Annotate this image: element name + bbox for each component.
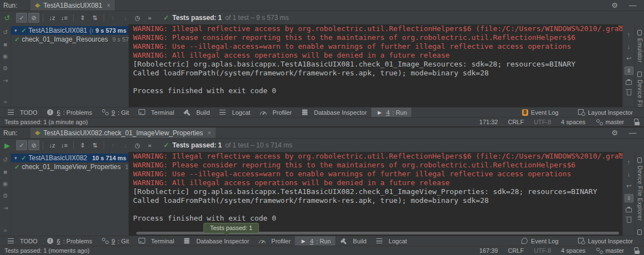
minimize-icon[interactable]: — bbox=[629, 129, 636, 137]
show-passed-toggle[interactable]: ✓ bbox=[16, 13, 27, 23]
indent-setting[interactable]: 4 spaces bbox=[561, 119, 585, 125]
rerun-tests-button[interactable]: ▶ bbox=[2, 141, 12, 150]
more-actions-icon[interactable]: » bbox=[144, 140, 155, 150]
scroll-to-end-icon[interactable]: ⇟ bbox=[625, 67, 633, 75]
up-the-stack-trace-icon[interactable]: ↑ bbox=[625, 157, 633, 166]
test-tree-row[interactable]: ▾ ✓ TestA1BasicUIX081 (org.aplas.basica … bbox=[11, 26, 129, 35]
separator[interactable] bbox=[73, 14, 74, 22]
run-console[interactable]: WARNING: Illegal reflective access by or… bbox=[129, 24, 622, 107]
layout-inspector-button[interactable]: Layout Inspector bbox=[573, 237, 637, 244]
sort-by-duration-icon[interactable]: ↓≡ bbox=[59, 13, 70, 23]
layout-inspector-button[interactable]: Layout Inspector bbox=[573, 109, 637, 116]
next-occurrence-icon[interactable]: ↓ bbox=[120, 13, 131, 23]
screenshot-icon[interactable]: ◉ bbox=[3, 180, 8, 187]
clear-all-icon[interactable] bbox=[627, 216, 631, 223]
print-icon[interactable] bbox=[626, 79, 632, 85]
import-tests-icon[interactable]: ⇥ bbox=[3, 205, 8, 212]
stop-icon[interactable]: ■ bbox=[3, 41, 7, 48]
event-log-button[interactable]: 8 Event Log bbox=[518, 109, 563, 116]
soft-wrap-icon[interactable]: ↩ bbox=[625, 182, 633, 190]
more-actions-icon[interactable]: » bbox=[144, 13, 155, 23]
gear-icon[interactable]: ⚙ bbox=[611, 1, 618, 9]
toolwindow-button[interactable]: Logcat bbox=[371, 236, 411, 246]
test-settings-icon[interactable]: ⚙ bbox=[3, 65, 8, 72]
caret-position[interactable]: 167:39 bbox=[479, 247, 498, 254]
test-history-icon[interactable]: ◷ bbox=[132, 140, 143, 150]
event-log-button[interactable]: Event Log bbox=[516, 237, 563, 244]
chevron-down-icon[interactable]: ▾ bbox=[14, 28, 21, 33]
separator[interactable] bbox=[104, 14, 104, 22]
toolwindow-button[interactable]: Profiler bbox=[255, 108, 297, 117]
sort-alphabetically-icon[interactable]: ↓z bbox=[47, 13, 58, 23]
line-separator[interactable]: CRLF bbox=[508, 119, 524, 125]
close-icon[interactable]: × bbox=[106, 2, 110, 9]
screenshot-icon[interactable]: ◉ bbox=[3, 53, 8, 60]
separator[interactable] bbox=[73, 141, 74, 149]
tool-window-tab[interactable]: Emulator bbox=[637, 230, 643, 236]
show-ignored-toggle[interactable]: ⊘ bbox=[28, 140, 39, 150]
import-tests-icon[interactable]: ⇥ bbox=[3, 77, 8, 84]
print-icon[interactable] bbox=[626, 206, 632, 212]
previous-occurrence-icon[interactable]: ↑ bbox=[108, 140, 119, 150]
test-tree-row[interactable]: ✓ check_01_Image_Resources 9 s 573 ms bbox=[11, 35, 129, 44]
scroll-to-end-icon[interactable]: ⇟ bbox=[625, 194, 633, 202]
run-console[interactable]: WARNING: Illegal reflective access by or… bbox=[129, 152, 622, 236]
toolwindow-button[interactable]: TODO bbox=[2, 236, 42, 246]
expand-all-icon[interactable]: ⇕ bbox=[77, 13, 88, 23]
up-the-stack-trace-icon[interactable]: ↑ bbox=[625, 30, 633, 38]
down-the-stack-trace-icon[interactable]: ↓ bbox=[625, 42, 633, 50]
indent-setting[interactable]: 4 spaces bbox=[561, 247, 585, 254]
test-settings-icon[interactable]: ⚙ bbox=[3, 192, 8, 200]
gear-icon[interactable]: ⚙ bbox=[611, 129, 618, 137]
clear-all-icon[interactable] bbox=[627, 89, 631, 95]
tool-window-tab[interactable]: Emulator bbox=[637, 30, 643, 63]
soft-wrap-icon[interactable]: ↩ bbox=[625, 54, 633, 63]
toolwindow-button[interactable]: Build bbox=[335, 236, 371, 246]
chevron-down-icon[interactable]: ▾ bbox=[14, 155, 21, 161]
expand-all-icon[interactable]: ⇕ bbox=[77, 140, 88, 150]
test-history-icon[interactable]: ◷ bbox=[132, 13, 143, 23]
toolwindow-button[interactable]: Database Inspector bbox=[178, 236, 253, 246]
collapse-all-icon[interactable]: ⇅ bbox=[89, 140, 100, 150]
tool-window-tab[interactable]: Device File Explorer bbox=[637, 72, 643, 107]
test-tree-row[interactable]: ▾ ✓ TestA1BasicUIX082 (org.aplas.basica … bbox=[11, 154, 129, 162]
close-icon[interactable]: × bbox=[207, 129, 211, 137]
file-encoding[interactable]: UTF-8 bbox=[534, 247, 551, 254]
toolwindow-button[interactable]: Logcat bbox=[214, 108, 255, 117]
lock-icon[interactable] bbox=[634, 247, 640, 254]
test-tree-row[interactable]: ✓ check_01_ImageView_Properties 10 s 714… bbox=[11, 162, 129, 171]
toolwindow-button[interactable]: 6: Problems bbox=[42, 108, 97, 117]
collapse-all-icon[interactable]: ⇅ bbox=[89, 13, 100, 23]
toolwindow-button[interactable]: Database Inspector bbox=[297, 108, 371, 117]
caret-position[interactable]: 171:32 bbox=[479, 119, 498, 125]
lock-icon[interactable] bbox=[634, 119, 640, 125]
more-icon[interactable]: » bbox=[3, 227, 7, 233]
toolwindow-button[interactable]: TODO bbox=[2, 108, 42, 117]
tool-window-tab[interactable]: Device File Explorer bbox=[637, 157, 643, 221]
rerun-icon[interactable]: ↺ bbox=[3, 156, 8, 164]
separator[interactable] bbox=[43, 141, 43, 149]
git-branch-widget[interactable]: master bbox=[595, 119, 624, 126]
separator[interactable] bbox=[104, 141, 104, 149]
previous-occurrence-icon[interactable]: ↑ bbox=[108, 13, 119, 23]
toolwindow-button[interactable]: Profiler bbox=[254, 236, 295, 246]
toolwindow-button[interactable]: Build bbox=[178, 108, 214, 117]
show-passed-toggle[interactable]: ✓ bbox=[16, 140, 27, 150]
minimize-icon[interactable]: — bbox=[629, 1, 636, 9]
down-the-stack-trace-icon[interactable]: ↓ bbox=[625, 170, 633, 178]
run-tab[interactable]: TestA1BasicUIX081 × bbox=[30, 0, 115, 11]
run-tab[interactable]: TestA1BasicUIX082.check_01_ImageView_Pro… bbox=[30, 128, 216, 138]
toolwindow-button[interactable]: 4: Run bbox=[371, 108, 411, 117]
toolwindow-button[interactable]: 4: Run bbox=[295, 236, 335, 246]
toolwindow-button[interactable]: 9: Git bbox=[96, 108, 133, 117]
toolwindow-button[interactable]: 6: Problems bbox=[42, 236, 97, 246]
file-encoding[interactable]: UTF-8 bbox=[534, 119, 551, 125]
toolwindow-button[interactable]: Terminal bbox=[134, 236, 179, 246]
separator[interactable] bbox=[43, 14, 43, 22]
line-separator[interactable]: CRLF bbox=[508, 247, 524, 254]
git-branch-widget[interactable]: master bbox=[595, 247, 624, 254]
stop-icon[interactable]: ■ bbox=[3, 169, 7, 175]
sort-by-duration-icon[interactable]: ↓≡ bbox=[59, 140, 70, 150]
sort-alphabetically-icon[interactable]: ↓z bbox=[47, 140, 58, 150]
toolwindow-button[interactable]: Terminal bbox=[134, 108, 179, 117]
